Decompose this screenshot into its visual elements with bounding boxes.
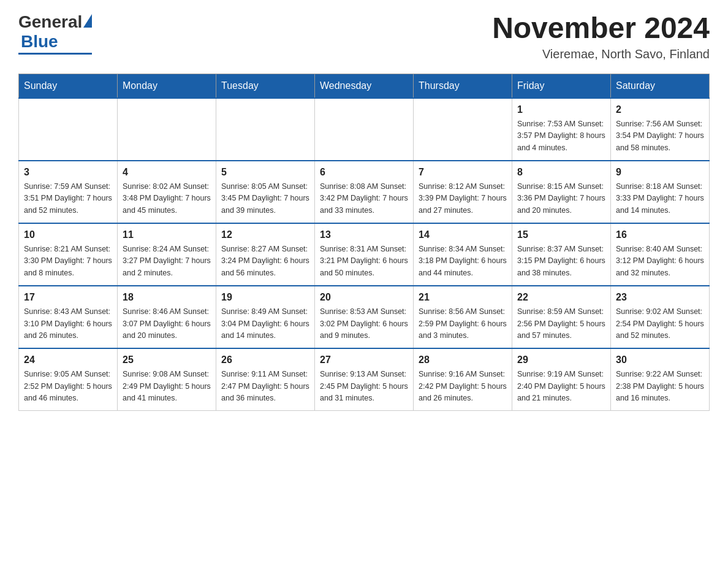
day-number: 27	[320, 353, 408, 367]
header-friday: Friday	[512, 74, 611, 98]
day-number: 16	[616, 228, 704, 242]
calendar-cell: 30Sunrise: 9:22 AM Sunset: 2:38 PM Dayli…	[611, 348, 710, 411]
day-number: 1	[517, 102, 605, 117]
day-info: Sunrise: 8:27 AM Sunset: 3:24 PM Dayligh…	[221, 243, 309, 279]
calendar-cell: 14Sunrise: 8:34 AM Sunset: 3:18 PM Dayli…	[414, 223, 512, 286]
week-row-5: 24Sunrise: 9:05 AM Sunset: 2:52 PM Dayli…	[19, 348, 710, 411]
day-info: Sunrise: 8:05 AM Sunset: 3:45 PM Dayligh…	[221, 181, 309, 216]
day-number: 22	[517, 290, 605, 305]
day-info: Sunrise: 8:56 AM Sunset: 2:59 PM Dayligh…	[419, 306, 507, 342]
calendar-cell	[216, 98, 315, 161]
calendar-cell: 1Sunrise: 7:53 AM Sunset: 3:57 PM Daylig…	[512, 98, 611, 161]
day-number: 24	[24, 353, 112, 367]
day-number: 8	[517, 165, 605, 180]
day-number: 30	[616, 353, 704, 367]
day-number: 23	[616, 290, 704, 305]
day-info: Sunrise: 7:53 AM Sunset: 3:57 PM Dayligh…	[517, 118, 605, 154]
header-wednesday: Wednesday	[315, 74, 414, 98]
day-number: 14	[419, 228, 507, 242]
day-info: Sunrise: 9:08 AM Sunset: 2:49 PM Dayligh…	[123, 369, 211, 404]
day-number: 11	[123, 228, 211, 242]
calendar-cell: 18Sunrise: 8:46 AM Sunset: 3:07 PM Dayli…	[118, 286, 216, 348]
day-info: Sunrise: 9:02 AM Sunset: 2:54 PM Dayligh…	[616, 306, 704, 342]
day-info: Sunrise: 8:37 AM Sunset: 3:15 PM Dayligh…	[517, 243, 605, 279]
logo-triangle-icon	[83, 14, 92, 28]
week-row-2: 3Sunrise: 7:59 AM Sunset: 3:51 PM Daylig…	[19, 161, 710, 223]
logo-blue-text: Blue	[21, 32, 58, 52]
calendar-cell: 4Sunrise: 8:02 AM Sunset: 3:48 PM Daylig…	[118, 161, 216, 223]
day-info: Sunrise: 7:59 AM Sunset: 3:51 PM Dayligh…	[24, 181, 112, 216]
day-number: 19	[221, 290, 309, 305]
day-info: Sunrise: 9:22 AM Sunset: 2:38 PM Dayligh…	[616, 369, 704, 404]
calendar-cell: 23Sunrise: 9:02 AM Sunset: 2:54 PM Dayli…	[611, 286, 710, 348]
calendar-cell: 22Sunrise: 8:59 AM Sunset: 2:56 PM Dayli…	[512, 286, 611, 348]
day-info: Sunrise: 8:31 AM Sunset: 3:21 PM Dayligh…	[320, 243, 408, 279]
header: General Blue November 2024 Vieremae, Nor…	[18, 12, 710, 61]
day-info: Sunrise: 9:13 AM Sunset: 2:45 PM Dayligh…	[320, 369, 408, 404]
calendar-cell: 25Sunrise: 9:08 AM Sunset: 2:49 PM Dayli…	[118, 348, 216, 411]
header-saturday: Saturday	[611, 74, 710, 98]
location-text: Vieremae, North Savo, Finland	[492, 47, 710, 61]
day-number: 28	[419, 353, 507, 367]
day-info: Sunrise: 8:15 AM Sunset: 3:36 PM Dayligh…	[517, 181, 605, 216]
calendar-cell	[414, 98, 512, 161]
day-number: 12	[221, 228, 309, 242]
day-info: Sunrise: 7:56 AM Sunset: 3:54 PM Dayligh…	[616, 118, 704, 154]
day-info: Sunrise: 9:11 AM Sunset: 2:47 PM Dayligh…	[221, 369, 309, 404]
day-info: Sunrise: 8:40 AM Sunset: 3:12 PM Dayligh…	[616, 243, 704, 279]
day-info: Sunrise: 8:49 AM Sunset: 3:04 PM Dayligh…	[221, 306, 309, 342]
day-number: 17	[24, 290, 112, 305]
calendar-cell	[118, 98, 216, 161]
weekday-header-row: Sunday Monday Tuesday Wednesday Thursday…	[19, 74, 710, 98]
logo-underline	[18, 53, 92, 55]
day-info: Sunrise: 8:43 AM Sunset: 3:10 PM Dayligh…	[24, 306, 112, 342]
week-row-4: 17Sunrise: 8:43 AM Sunset: 3:10 PM Dayli…	[19, 286, 710, 348]
calendar-cell	[315, 98, 414, 161]
header-thursday: Thursday	[414, 74, 512, 98]
day-number: 26	[221, 353, 309, 367]
calendar-cell: 28Sunrise: 9:16 AM Sunset: 2:42 PM Dayli…	[414, 348, 512, 411]
day-info: Sunrise: 8:46 AM Sunset: 3:07 PM Dayligh…	[123, 306, 211, 342]
day-number: 13	[320, 228, 408, 242]
calendar-cell: 5Sunrise: 8:05 AM Sunset: 3:45 PM Daylig…	[216, 161, 315, 223]
day-number: 6	[320, 165, 408, 180]
day-number: 25	[123, 353, 211, 367]
day-info: Sunrise: 8:02 AM Sunset: 3:48 PM Dayligh…	[123, 181, 211, 216]
title-area: November 2024 Vieremae, North Savo, Finl…	[492, 12, 710, 61]
header-monday: Monday	[118, 74, 216, 98]
logo: General Blue	[18, 12, 92, 55]
day-number: 29	[517, 353, 605, 367]
calendar-cell: 26Sunrise: 9:11 AM Sunset: 2:47 PM Dayli…	[216, 348, 315, 411]
calendar-cell: 29Sunrise: 9:19 AM Sunset: 2:40 PM Dayli…	[512, 348, 611, 411]
day-number: 7	[419, 165, 507, 180]
calendar-cell: 3Sunrise: 7:59 AM Sunset: 3:51 PM Daylig…	[19, 161, 118, 223]
logo-general-text: General	[18, 12, 82, 32]
calendar-cell: 15Sunrise: 8:37 AM Sunset: 3:15 PM Dayli…	[512, 223, 611, 286]
calendar-cell: 13Sunrise: 8:31 AM Sunset: 3:21 PM Dayli…	[315, 223, 414, 286]
day-info: Sunrise: 8:21 AM Sunset: 3:30 PM Dayligh…	[24, 243, 112, 279]
day-number: 10	[24, 228, 112, 242]
week-row-3: 10Sunrise: 8:21 AM Sunset: 3:30 PM Dayli…	[19, 223, 710, 286]
calendar-cell: 24Sunrise: 9:05 AM Sunset: 2:52 PM Dayli…	[19, 348, 118, 411]
week-row-1: 1Sunrise: 7:53 AM Sunset: 3:57 PM Daylig…	[19, 98, 710, 161]
day-info: Sunrise: 8:24 AM Sunset: 3:27 PM Dayligh…	[123, 243, 211, 279]
calendar-cell: 17Sunrise: 8:43 AM Sunset: 3:10 PM Dayli…	[19, 286, 118, 348]
calendar-cell: 2Sunrise: 7:56 AM Sunset: 3:54 PM Daylig…	[611, 98, 710, 161]
day-info: Sunrise: 8:18 AM Sunset: 3:33 PM Dayligh…	[616, 181, 704, 216]
day-number: 9	[616, 165, 704, 180]
calendar-cell: 12Sunrise: 8:27 AM Sunset: 3:24 PM Dayli…	[216, 223, 315, 286]
day-info: Sunrise: 8:08 AM Sunset: 3:42 PM Dayligh…	[320, 181, 408, 216]
day-info: Sunrise: 9:16 AM Sunset: 2:42 PM Dayligh…	[419, 369, 507, 404]
month-title: November 2024	[492, 12, 710, 45]
calendar-cell: 16Sunrise: 8:40 AM Sunset: 3:12 PM Dayli…	[611, 223, 710, 286]
day-number: 2	[616, 102, 704, 117]
day-info: Sunrise: 8:59 AM Sunset: 2:56 PM Dayligh…	[517, 306, 605, 342]
day-number: 20	[320, 290, 408, 305]
calendar-cell	[19, 98, 118, 161]
calendar-cell: 9Sunrise: 8:18 AM Sunset: 3:33 PM Daylig…	[611, 161, 710, 223]
day-number: 3	[24, 165, 112, 180]
day-number: 18	[123, 290, 211, 305]
calendar-cell: 6Sunrise: 8:08 AM Sunset: 3:42 PM Daylig…	[315, 161, 414, 223]
calendar-cell: 19Sunrise: 8:49 AM Sunset: 3:04 PM Dayli…	[216, 286, 315, 348]
day-info: Sunrise: 8:12 AM Sunset: 3:39 PM Dayligh…	[419, 181, 507, 216]
